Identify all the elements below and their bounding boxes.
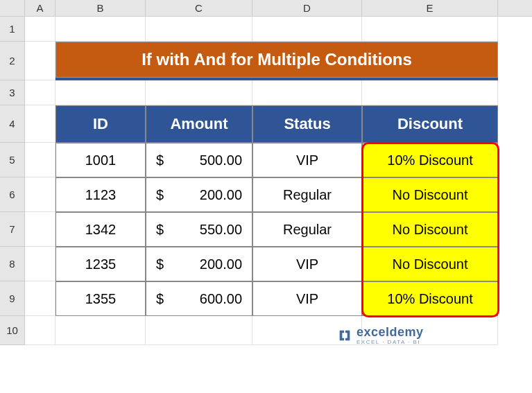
cell-amount[interactable]: $550.00 — [146, 212, 252, 247]
col-header-a[interactable]: A — [25, 0, 55, 16]
cell-a5[interactable] — [25, 143, 55, 177]
cell-a1[interactable] — [25, 17, 55, 42]
row-header-6[interactable]: 6 — [0, 177, 25, 212]
cell-b3[interactable] — [55, 80, 146, 105]
currency-symbol: $ — [156, 256, 164, 272]
col-header-c[interactable]: C — [146, 0, 252, 16]
brand-sub: EXCEL · DATA · BI — [357, 340, 424, 345]
col-header-b[interactable]: B — [55, 0, 146, 16]
cell-discount[interactable]: No Discount — [362, 177, 498, 212]
row-headers: 1 2 3 4 5 6 7 8 9 10 — [0, 17, 25, 345]
page-title: If with And for Multiple Conditions — [55, 42, 498, 78]
col-header-e[interactable]: E — [362, 0, 498, 16]
brand-logo: exceldemy EXCEL · DATA · BI — [337, 326, 424, 345]
table-row: 1123 $200.00 Regular No Discount — [25, 177, 498, 212]
amount-value: 500.00 — [200, 152, 242, 168]
table-row: 1235 $200.00 VIP No Discount — [25, 247, 498, 281]
cell-status[interactable]: VIP — [252, 143, 362, 177]
cell-a8[interactable] — [25, 247, 55, 281]
cell-amount[interactable]: $200.00 — [146, 177, 252, 212]
cell-amount[interactable]: $200.00 — [146, 247, 252, 281]
brand-name: exceldemy — [357, 326, 424, 338]
cell-amount[interactable]: $600.00 — [146, 281, 252, 316]
cell-a6[interactable] — [25, 177, 55, 212]
currency-symbol: $ — [156, 222, 164, 238]
select-all-corner[interactable] — [0, 0, 25, 17]
row-header-4[interactable]: 4 — [0, 105, 25, 143]
cell-a4[interactable] — [25, 105, 55, 143]
row-header-1[interactable]: 1 — [0, 17, 25, 42]
table-row: 1001 $500.00 VIP 10% Discount — [25, 143, 498, 177]
cell-c3[interactable] — [146, 80, 252, 105]
row-header-5[interactable]: 5 — [0, 143, 25, 177]
row-header-7[interactable]: 7 — [0, 212, 25, 247]
column-headers: A B C D E — [0, 0, 532, 17]
table-row: 1342 $550.00 Regular No Discount — [25, 212, 498, 247]
header-id[interactable]: ID — [55, 105, 146, 143]
amount-value: 600.00 — [200, 291, 242, 307]
amount-value: 550.00 — [200, 222, 242, 238]
row-header-8[interactable]: 8 — [0, 247, 25, 281]
currency-symbol: $ — [156, 291, 164, 307]
cell-id[interactable]: 1235 — [55, 247, 146, 281]
header-amount[interactable]: Amount — [146, 105, 252, 143]
cell-discount[interactable]: No Discount — [362, 212, 498, 247]
cell-e1[interactable] — [362, 17, 498, 42]
cell-status[interactable]: VIP — [252, 281, 362, 316]
cell-a7[interactable] — [25, 212, 55, 247]
cell-discount[interactable]: 10% Discount — [362, 281, 498, 316]
cell-b1[interactable] — [55, 17, 146, 42]
cell-id[interactable]: 1123 — [55, 177, 146, 212]
cell-e3[interactable] — [362, 80, 498, 105]
row-header-3[interactable]: 3 — [0, 80, 25, 105]
cell-status[interactable]: VIP — [252, 247, 362, 281]
cell-status[interactable]: Regular — [252, 177, 362, 212]
cell-c10[interactable] — [146, 316, 252, 345]
header-status[interactable]: Status — [252, 105, 362, 143]
cell-id[interactable]: 1001 — [55, 143, 146, 177]
brand-icon — [337, 328, 352, 343]
cell-amount[interactable]: $500.00 — [146, 143, 252, 177]
cell-discount[interactable]: No Discount — [362, 247, 498, 281]
cell-a3[interactable] — [25, 80, 55, 105]
cell-d1[interactable] — [252, 17, 362, 42]
row-header-10[interactable]: 10 — [0, 316, 25, 345]
cell-status[interactable]: Regular — [252, 212, 362, 247]
cell-discount[interactable]: 10% Discount — [362, 143, 498, 177]
cell-d3[interactable] — [252, 80, 362, 105]
row-header-2[interactable]: 2 — [0, 42, 25, 80]
header-discount[interactable]: Discount — [362, 105, 498, 143]
amount-value: 200.00 — [200, 256, 242, 272]
col-header-d[interactable]: D — [252, 0, 362, 16]
currency-symbol: $ — [156, 152, 164, 168]
table-row: 1355 $600.00 VIP 10% Discount — [25, 281, 498, 316]
currency-symbol: $ — [156, 187, 164, 203]
cell-c1[interactable] — [146, 17, 252, 42]
cell-a2[interactable] — [25, 42, 55, 80]
cell-id[interactable]: 1342 — [55, 212, 146, 247]
grid: If with And for Multiple Conditions ID A… — [25, 17, 498, 345]
cell-a10[interactable] — [25, 316, 55, 345]
amount-value: 200.00 — [200, 187, 242, 203]
title-cell[interactable]: If with And for Multiple Conditions — [55, 42, 498, 80]
cell-b10[interactable] — [55, 316, 146, 345]
cell-id[interactable]: 1355 — [55, 281, 146, 316]
row-header-9[interactable]: 9 — [0, 281, 25, 316]
spreadsheet: A B C D E 1 2 3 4 5 6 7 8 9 10 If with A… — [0, 0, 532, 393]
cell-a9[interactable] — [25, 281, 55, 316]
